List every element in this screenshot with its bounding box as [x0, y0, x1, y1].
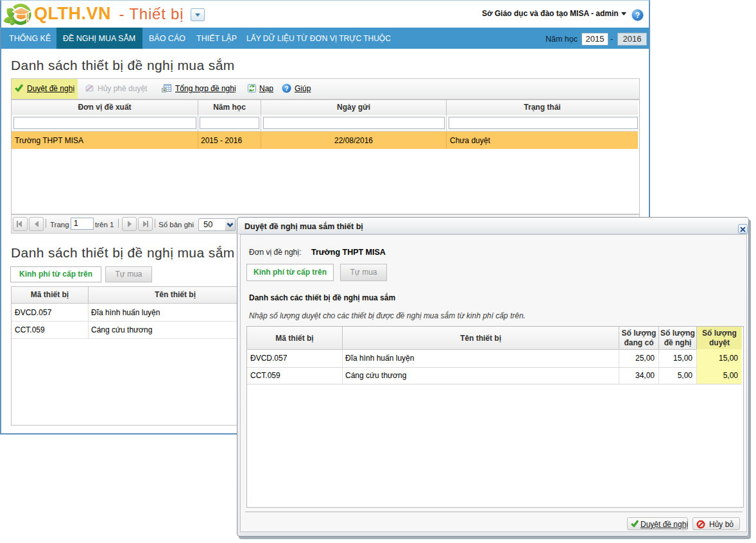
- svg-text:?: ?: [635, 11, 640, 20]
- svg-text:?: ?: [284, 85, 288, 92]
